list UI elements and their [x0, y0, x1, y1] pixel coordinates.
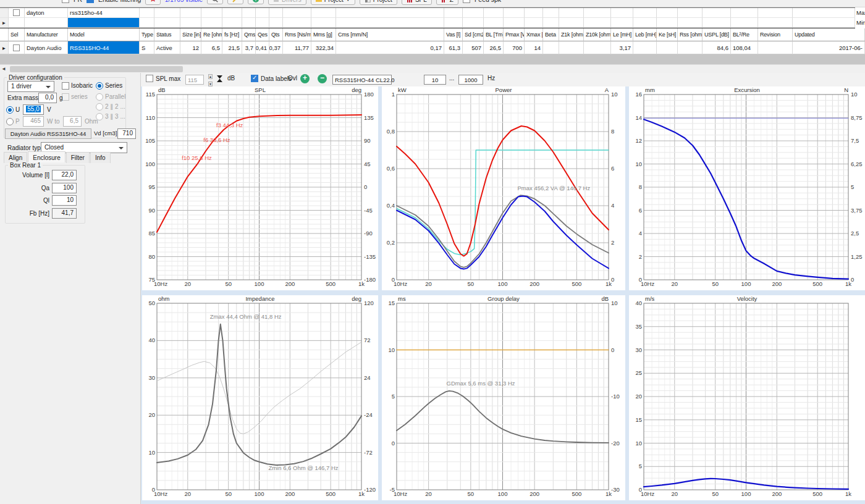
filter-cell[interactable]: [584, 8, 611, 18]
column-header-z10k-ohm-[interactable]: Z10k [ohm]: [584, 28, 611, 41]
column-header-sel[interactable]: Sel: [9, 28, 25, 41]
column-header-bl-tm-[interactable]: BL [Tm]: [484, 28, 504, 41]
voltage-field[interactable]: 55,0: [23, 104, 44, 115]
filter-cell[interactable]: [611, 18, 633, 28]
feed-spk-checkbox[interactable]: [463, 0, 470, 3]
filter-cell[interactable]: [283, 8, 311, 18]
vd-field[interactable]: 710: [117, 128, 136, 139]
tab-enclosure[interactable]: Enclosure: [28, 151, 65, 162]
fr-checkbox[interactable]: [62, 0, 69, 3]
driver-count-select[interactable]: 1 driver: [7, 81, 54, 92]
table-cell[interactable]: 108,04: [731, 41, 758, 54]
info-button[interactable]: i: [248, 0, 264, 4]
z-export-button[interactable]: Z: [436, 0, 458, 5]
column-header-mms-g-[interactable]: Mms [g]: [311, 28, 336, 41]
spinner-up-icon[interactable]: ▲: [208, 74, 213, 79]
filter-cell[interactable]: [484, 18, 504, 28]
column-header-sd-cm2-[interactable]: Sd [cm2]: [463, 28, 484, 41]
filter-cell[interactable]: [269, 18, 283, 28]
filter-cell[interactable]: [504, 8, 525, 18]
filter-cell[interactable]: [758, 8, 793, 18]
column-header-pmax-w-[interactable]: Pmax [W]: [504, 28, 525, 41]
model-filter-field[interactable]: rss315ho-44: [68, 8, 140, 18]
filter-cell[interactable]: [793, 18, 855, 28]
table-cell[interactable]: 700: [504, 41, 525, 54]
spl-max-checkbox[interactable]: [146, 75, 153, 82]
table-cell[interactable]: 3,17: [611, 41, 633, 54]
table-cell[interactable]: 6,5: [201, 41, 222, 54]
table-cell[interactable]: 0,37: [269, 41, 283, 54]
column-header-fs-hz-[interactable]: fs [Hz]: [222, 28, 242, 41]
driver-select-button[interactable]: Dayton Audio RSS315HO-44: [5, 128, 91, 139]
filter-cell[interactable]: [463, 8, 484, 18]
table-cell[interactable]: [758, 41, 793, 54]
horizontal-scrollbar[interactable]: ◄: [0, 64, 865, 73]
table-cell[interactable]: 0,41: [256, 41, 269, 54]
filter-cell[interactable]: [311, 8, 336, 18]
model-filter-selected-cell[interactable]: [68, 18, 140, 28]
scroll-left-icon[interactable]: ◄: [1, 66, 6, 72]
qa-field[interactable]: 100: [52, 183, 77, 193]
column-header-vas-l-[interactable]: Vas [l]: [444, 28, 463, 41]
ql-field[interactable]: 10: [52, 195, 77, 206]
data-labels-checkbox[interactable]: [251, 75, 258, 82]
column-header-bl-re[interactable]: BL²/Re: [731, 28, 758, 41]
drivers-button[interactable]: Drivers: [268, 0, 306, 5]
filter-cell[interactable]: [256, 18, 269, 28]
column-header-model[interactable]: Model: [68, 28, 140, 41]
table-cell[interactable]: 3,7: [242, 41, 256, 54]
column-header-size-in-[interactable]: Size [in]: [180, 28, 201, 41]
filter-cell[interactable]: [584, 18, 611, 28]
table-cell[interactable]: 11,77: [283, 41, 311, 54]
filter-cell[interactable]: [444, 8, 463, 18]
spinner-down-icon[interactable]: ▼: [208, 82, 213, 86]
filter-cell[interactable]: [180, 8, 201, 18]
spl-max-field[interactable]: 115: [185, 75, 204, 85]
column-header-uspl-db-[interactable]: USPL [dB]: [703, 28, 731, 41]
overlay-remove-button[interactable]: −: [318, 74, 327, 83]
column-header-beta[interactable]: Beta: [543, 28, 559, 41]
manufacturer-filter-field[interactable]: dayton: [25, 8, 68, 18]
filter-cell[interactable]: [154, 18, 180, 28]
series-radio[interactable]: [96, 82, 103, 90]
spl-max-spinner[interactable]: ▲▼: [206, 74, 214, 86]
filter-cell[interactable]: [525, 18, 543, 28]
spl-export-button[interactable]: SPL: [402, 0, 432, 5]
search-button[interactable]: [207, 0, 223, 4]
table-cell[interactable]: [678, 41, 703, 54]
wand-button[interactable]: [227, 0, 243, 4]
filter-cell[interactable]: [201, 8, 222, 18]
tab-info[interactable]: Info: [90, 152, 111, 163]
filter-cell[interactable]: [559, 18, 584, 28]
table-cell[interactable]: 507: [463, 41, 484, 54]
column-header-leb-mh-[interactable]: Leb [mH]: [633, 28, 657, 41]
filter-cell[interactable]: [140, 8, 154, 18]
filter-cell[interactable]: [633, 8, 657, 18]
filter-cell[interactable]: [201, 18, 222, 28]
column-header-revision[interactable]: Revision: [758, 28, 793, 41]
filter-cell[interactable]: [336, 8, 444, 18]
column-header-z1k-ohm-[interactable]: Z1k [ohm]: [559, 28, 584, 41]
column-header-xmax-mm-[interactable]: Xmax [mm]: [525, 28, 543, 41]
column-header-le-mh-[interactable]: Le [mH]: [611, 28, 633, 41]
filter-cell[interactable]: [543, 18, 559, 28]
project-save-button[interactable]: Project: [360, 0, 397, 5]
filter-cell[interactable]: [657, 8, 678, 18]
filter-cell[interactable]: [559, 8, 584, 18]
filter-cell[interactable]: [9, 18, 25, 28]
filter-cell[interactable]: [154, 8, 180, 18]
table-cell[interactable]: [584, 41, 611, 54]
filter-cell[interactable]: [731, 18, 758, 28]
table-cell[interactable]: [559, 41, 584, 54]
overlay-name-field[interactable]: RSS315HO-44 CL22.0: [332, 75, 392, 85]
filter-cell[interactable]: [504, 18, 525, 28]
power-ohm-field[interactable]: 6,5: [63, 116, 82, 127]
column-header-qts[interactable]: Qts: [269, 28, 283, 41]
table-cell[interactable]: 12: [180, 41, 201, 54]
table-cell[interactable]: Active: [154, 41, 180, 54]
filter-cell[interactable]: [283, 18, 311, 28]
table-cell[interactable]: [633, 41, 657, 54]
filter-cell[interactable]: [311, 18, 336, 28]
table-cell[interactable]: Dayton Audio: [25, 41, 68, 54]
table-cell[interactable]: [9, 41, 25, 54]
